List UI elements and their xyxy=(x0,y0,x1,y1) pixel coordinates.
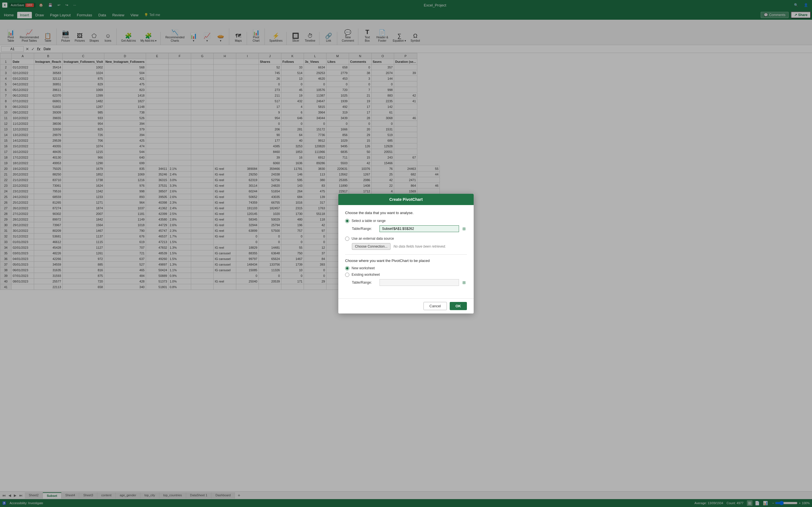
modal-section1-title: Choose the data that you want to analyse… xyxy=(345,211,467,215)
existing-worksheet-radio[interactable] xyxy=(345,273,349,277)
external-source-radio[interactable] xyxy=(345,237,349,241)
modal-radio-existing-sheet: Existing worksheet xyxy=(345,273,467,277)
table-range-picker-btn[interactable]: ⊞ xyxy=(461,226,467,231)
new-worksheet-label: New worksheet xyxy=(352,266,375,270)
no-data-text: No data fields have been retrieved. xyxy=(393,244,446,248)
modal-table-range-row: Table/Range: ⊞ xyxy=(352,225,467,232)
select-table-label: Select a table or range xyxy=(352,219,386,223)
modal-radio-group2: New worksheet Existing worksheet Table/R… xyxy=(345,266,467,288)
modal-section2-title: Choose where you want the PivotChart to … xyxy=(345,259,467,263)
external-source-label: Use an external data source xyxy=(352,237,394,240)
ok-button[interactable]: OK xyxy=(450,302,467,310)
modal-radio-row2: Use an external data source xyxy=(345,237,467,241)
create-pivotchart-modal: Create PivotChart Choose the data that y… xyxy=(338,194,474,314)
modal-body: Choose the data that you want to analyse… xyxy=(338,205,474,298)
select-table-radio[interactable] xyxy=(345,219,349,223)
existing-range-picker-btn[interactable]: ⊞ xyxy=(461,280,467,285)
existing-range-input[interactable] xyxy=(379,279,459,286)
table-range-label: Table/Range: xyxy=(352,227,377,231)
table-range-input[interactable] xyxy=(379,225,459,232)
cancel-button[interactable]: Cancel xyxy=(423,302,447,310)
modal-overlay: Create PivotChart Choose the data that y… xyxy=(0,0,812,507)
new-worksheet-radio[interactable] xyxy=(345,266,349,270)
modal-existing-range-row: Table/Range: ⊞ xyxy=(352,279,467,286)
choose-connection-row: Choose Connection... No data fields have… xyxy=(352,243,467,250)
modal-radio-group1: Select a table or range Table/Range: ⊞ U… xyxy=(345,219,467,250)
choose-connection-btn[interactable]: Choose Connection... xyxy=(352,243,391,250)
modal-footer: Cancel OK xyxy=(338,298,474,314)
modal-radio-new-sheet: New worksheet xyxy=(345,266,467,270)
existing-range-label: Table/Range: xyxy=(352,281,377,284)
modal-radio-row1: Select a table or range xyxy=(345,219,467,223)
existing-worksheet-label: Existing worksheet xyxy=(352,273,380,277)
modal-title: Create PivotChart xyxy=(338,194,474,205)
